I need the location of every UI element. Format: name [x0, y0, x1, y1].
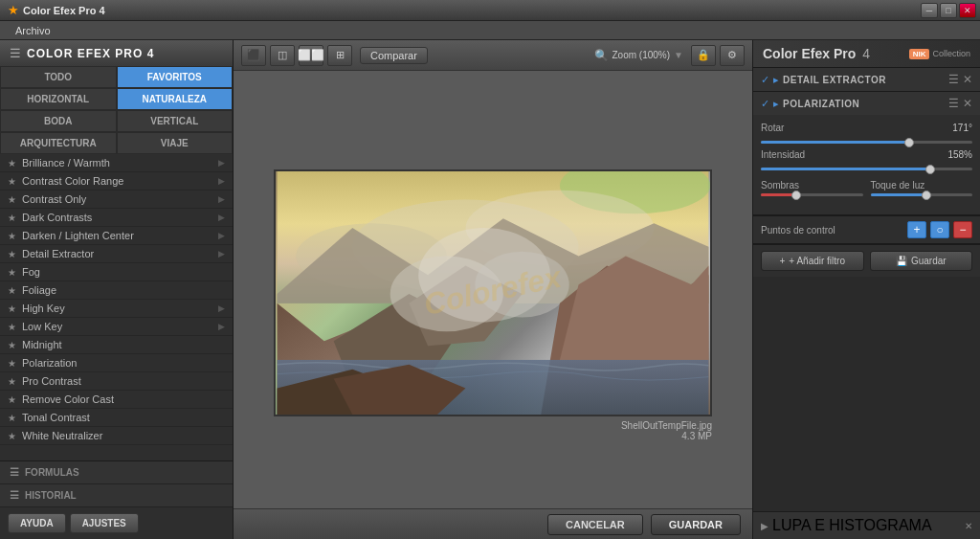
arrow-icon: ▶ — [218, 231, 225, 240]
sidebar-menu-icon: ☰ — [10, 46, 21, 60]
ajustes-button[interactable]: AJUSTES — [70, 513, 139, 533]
tool-split-btn[interactable]: ◫ — [270, 45, 295, 66]
action-row: + + Añadir filtro 💾 Guardar — [753, 244, 980, 277]
tool-lock-btn[interactable]: 🔒 — [691, 45, 716, 66]
pol-menu-icon[interactable]: ☰ — [948, 97, 959, 110]
filter-high-key[interactable]: ★ High Key ▶ — [0, 300, 233, 318]
tab-horizontal[interactable]: HORIZONTAL — [0, 88, 117, 110]
toque-label: Toque de luz — [871, 180, 973, 191]
tab-boda[interactable]: BODA — [0, 110, 117, 132]
tool-settings-btn[interactable]: ⚙ — [720, 45, 745, 66]
pol-close-icon[interactable]: ✕ — [963, 97, 972, 110]
lupa-title: LUPA E HISTOGRAMA — [772, 517, 932, 534]
puntos-add-btn[interactable]: + — [907, 221, 926, 238]
tab-arquitectura[interactable]: ARQUITECTURA — [0, 132, 117, 154]
arrow-icon: ▶ — [218, 213, 225, 222]
star-icon: ★ — [8, 176, 16, 187]
zoom-arrow-icon[interactable]: ▼ — [674, 50, 683, 60]
star-icon: ★ — [8, 376, 16, 387]
intensidad-slider[interactable] — [761, 168, 972, 170]
star-icon: ★ — [8, 431, 16, 441]
star-icon: ★ — [8, 267, 16, 278]
puntos-remove-btn[interactable]: − — [953, 221, 972, 238]
app-title: Color Efex Pro 4 — [23, 5, 105, 16]
polarization-header[interactable]: ✓ ▸ POLARIZATION ☰ ✕ — [753, 92, 980, 115]
rotar-slider[interactable] — [761, 141, 972, 144]
arrow-icon: ▶ — [218, 249, 225, 258]
close-button[interactable]: ✕ — [959, 3, 976, 18]
ayuda-button[interactable]: AYUDA — [8, 513, 66, 533]
tab-favoritos[interactable]: FAVORITOS — [117, 66, 234, 88]
add-filter-button[interactable]: + + Añadir filtro — [761, 251, 864, 271]
filter-detail-extractor[interactable]: ★ Detail Extractor ▶ — [0, 245, 233, 263]
guardar-button[interactable]: GUARDAR — [651, 514, 741, 535]
dual-sliders: Sombras Toque de luz — [761, 180, 972, 199]
sombras-slider[interactable] — [761, 193, 863, 196]
pol-title: POLARIZATION — [783, 99, 945, 109]
de-check-icon: ✓ — [761, 74, 769, 86]
filter-darken-lighten-center[interactable]: ★ Darken / Lighten Center ▶ — [0, 227, 233, 245]
detail-extractor-header[interactable]: ✓ ▸ DETAIL EXTRACTOR ☰ ✕ — [753, 68, 980, 91]
nik-badge: NIK — [909, 49, 930, 59]
filter-foliage[interactable]: ★ Foliage — [0, 281, 233, 300]
zoom-icon: 🔍 — [594, 49, 609, 62]
lupa-arrow-icon: ▶ — [761, 521, 768, 531]
star-icon: ★ — [8, 194, 16, 205]
tab-todo[interactable]: TODO — [0, 66, 117, 88]
filter-midnight[interactable]: ★ Midnight — [0, 336, 233, 354]
tool-view-btn[interactable]: ⬛ — [241, 45, 266, 66]
formulas-section[interactable]: ☰ FORMULAS — [0, 461, 233, 484]
filter-list: ★ Brilliance / Warmth ▶ ★ Contrast Color… — [0, 154, 233, 460]
toolbar: ⬛ ◫ ⬜⬜ ⊞ Comparar 🔍 Zoom (100%) ▼ 🔒 ⚙ — [234, 40, 752, 71]
arrow-icon: ▶ — [218, 303, 225, 313]
star-icon: ★ — [8, 158, 16, 168]
lupa-close-icon[interactable]: ✕ — [965, 521, 972, 531]
filter-contrast-only[interactable]: ★ Contrast Only ▶ — [0, 191, 233, 209]
sidebar: ☰ COLOR EFEX PRO 4 TODO FAVORITOS HORIZO… — [0, 40, 234, 539]
filter-brilliance-warmth[interactable]: ★ Brilliance / Warmth ▶ — [0, 154, 233, 172]
filter-tonal-contrast[interactable]: ★ Tonal Contrast — [0, 409, 233, 427]
puntos-label: Puntos de control — [761, 225, 903, 236]
minimize-button[interactable]: ─ — [921, 3, 938, 18]
filter-pro-contrast[interactable]: ★ Pro Contrast — [0, 372, 233, 391]
tab-viaje[interactable]: VIAJE — [117, 132, 234, 154]
historial-icon: ☰ — [10, 489, 19, 502]
pol-actions: ☰ ✕ — [948, 97, 972, 110]
cancel-button[interactable]: CANCELAR — [547, 514, 643, 535]
sidebar-header: ☰ COLOR EFEX PRO 4 — [0, 40, 233, 66]
category-tabs: TODO FAVORITOS HORIZONTAL NATURALEZA BOD… — [0, 66, 233, 154]
filter-dark-contrasts[interactable]: ★ Dark Contrasts ▶ — [0, 209, 233, 227]
maximize-button[interactable]: □ — [940, 3, 957, 18]
tool-side-btn[interactable]: ⬜⬜ — [299, 45, 323, 66]
compare-button[interactable]: Comparar — [360, 47, 428, 64]
puntos-de-control-row: Puntos de control + ○ − — [753, 215, 980, 244]
toque-slider[interactable] — [871, 193, 973, 196]
historial-section[interactable]: ☰ HISTORIAL — [0, 484, 233, 507]
tab-vertical[interactable]: VERTICAL — [117, 110, 234, 132]
filter-contrast-color-range[interactable]: ★ Contrast Color Range ▶ — [0, 172, 233, 191]
puntos-circle-btn[interactable]: ○ — [930, 221, 949, 238]
image-filename: ShellOutTempFile.jpg — [274, 420, 712, 431]
intensidad-label: Intensidad — [761, 149, 944, 160]
de-close-icon[interactable]: ✕ — [963, 73, 972, 86]
intensidad-control: Intensidad 158% — [761, 149, 972, 170]
filter-fog[interactable]: ★ Fog — [0, 263, 233, 281]
image-container: Colorefex ShellOutTempFile.jpg 4.3 MP — [274, 169, 712, 441]
formulas-icon: ☰ — [10, 466, 19, 479]
de-menu-icon[interactable]: ☰ — [948, 73, 959, 86]
sidebar-bottom: ☰ FORMULAS ☰ HISTORIAL AYUDA AJUSTES — [0, 460, 233, 539]
save-filter-button[interactable]: 💾 Guardar — [870, 251, 973, 271]
filter-low-key[interactable]: ★ Low Key ▶ — [0, 318, 233, 336]
filter-remove-color-cast[interactable]: ★ Remove Color Cast — [0, 391, 233, 409]
image-filesize: 4.3 MP — [274, 431, 712, 441]
tool-grid-btn[interactable]: ⊞ — [327, 45, 352, 66]
rotar-control: Rotar 171° — [761, 123, 972, 144]
tab-naturaleza[interactable]: NATURALEZA — [117, 88, 234, 110]
intensidad-value: 158% — [944, 149, 972, 160]
filter-polarization[interactable]: ★ Polarization — [0, 354, 233, 372]
star-icon: ★ — [8, 322, 16, 332]
title-bar: ★ Color Efex Pro 4 ─ □ ✕ — [0, 0, 980, 21]
menu-archivo[interactable]: Archivo — [8, 25, 58, 36]
filter-white-neutralizer[interactable]: ★ White Neutralizer — [0, 427, 233, 445]
lupa-section[interactable]: ▶ LUPA E HISTOGRAMA ✕ — [753, 511, 980, 539]
